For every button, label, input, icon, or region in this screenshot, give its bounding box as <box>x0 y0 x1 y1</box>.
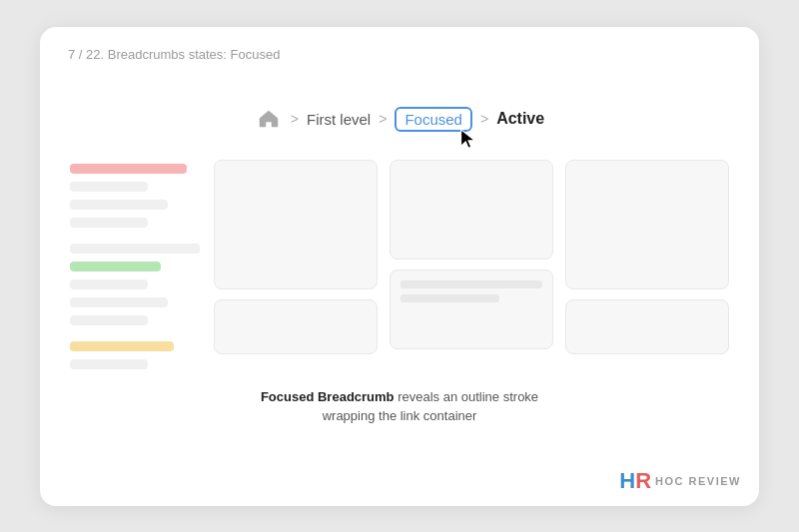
card-col-3 <box>565 160 729 354</box>
card-col-2 <box>390 160 553 354</box>
cursor-icon <box>458 128 478 152</box>
wm-r: R <box>635 468 651 493</box>
cards-grid <box>214 160 729 354</box>
list-bar-5 <box>70 244 200 254</box>
caption: Focused Breadcrumb reveals an outline st… <box>70 387 729 426</box>
mini-card-1 <box>214 160 378 289</box>
main-card: 7 / 22. Breadcrumbs states: Focused > Fi… <box>40 27 759 506</box>
counter-label: 7 / 22. Breadcrumbs states: Focused <box>68 47 280 62</box>
list-bar-1 <box>70 164 187 174</box>
inner-stripe-2 <box>400 294 499 302</box>
list-bar-2 <box>70 182 148 192</box>
separator-1: > <box>291 111 299 127</box>
list-bar-8 <box>70 297 168 307</box>
list-bar-4 <box>70 218 148 228</box>
watermark: HR HOC REVIEW <box>619 470 741 492</box>
breadcrumb-row: > First level > Focused > Active <box>70 107 729 132</box>
breadcrumb-first-level[interactable]: First level <box>307 111 371 128</box>
home-icon[interactable] <box>255 107 283 131</box>
mini-card-3 <box>390 160 553 260</box>
list-bar-10 <box>70 341 174 351</box>
caption-line2: wrapping the link container <box>323 408 477 423</box>
left-list <box>70 160 200 369</box>
content-area <box>70 160 729 369</box>
breadcrumb-active[interactable]: Active <box>496 110 544 128</box>
mini-card-5 <box>565 160 729 289</box>
caption-rest: reveals an outline stroke <box>395 389 539 404</box>
inner-stripe-1 <box>400 280 542 288</box>
separator-3: > <box>480 111 488 127</box>
breadcrumb-focused[interactable]: Focused <box>395 107 472 132</box>
mini-card-6 <box>565 299 729 354</box>
list-bar-3 <box>70 200 168 210</box>
mini-card-4 <box>390 269 553 349</box>
list-bar-11 <box>70 359 148 369</box>
caption-bold: Focused Breadcrumb <box>261 389 395 404</box>
list-bar-6 <box>70 262 161 271</box>
card-col-1 <box>214 160 378 354</box>
mini-card-2 <box>214 299 378 354</box>
list-bar-9 <box>70 315 148 325</box>
wm-text: HOC REVIEW <box>655 475 741 487</box>
list-bar-7 <box>70 279 148 289</box>
wm-h: H <box>619 468 635 493</box>
separator-2: > <box>379 111 387 127</box>
